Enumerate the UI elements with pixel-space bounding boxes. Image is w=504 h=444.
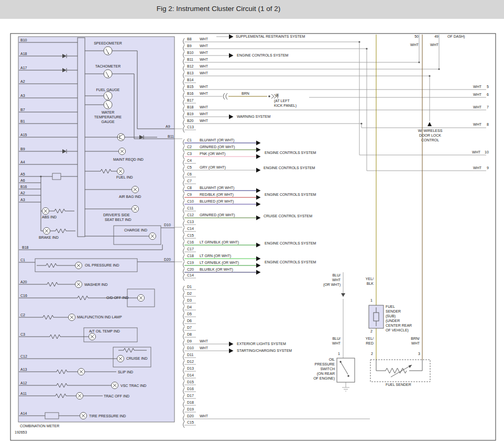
screenshot-root: Fig 2: Instrument Cluster Circuit (1 of … <box>0 0 504 444</box>
water-temp-gauge-icon <box>104 101 112 109</box>
speedometer-icon <box>104 47 112 55</box>
tachometer-icon <box>104 70 112 78</box>
wiring-diagram <box>0 0 504 444</box>
fuel-sender-sub <box>369 305 384 328</box>
oil-pressure-switch <box>337 358 355 382</box>
page: { "title": "Fig 2: Instrument Cluster Ci… <box>0 0 504 444</box>
meter-bus-bar <box>78 38 85 237</box>
transistor-icon <box>117 134 125 141</box>
fuel-gauge-icon <box>104 92 112 100</box>
